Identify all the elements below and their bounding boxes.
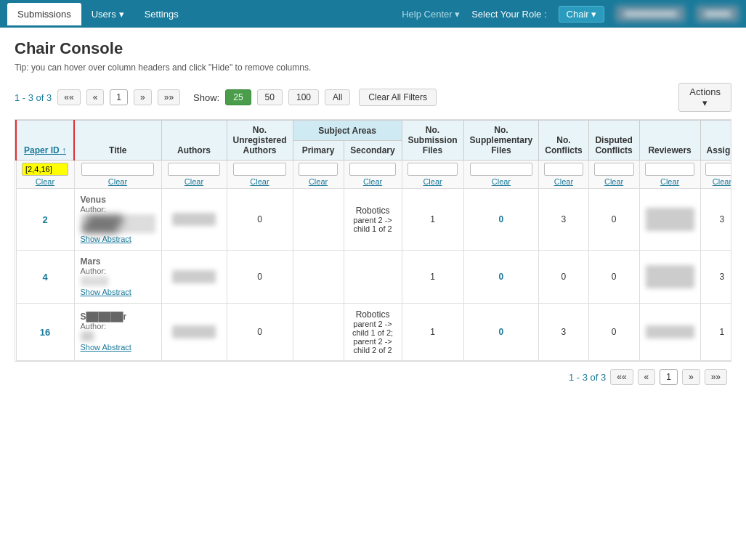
pagination-next[interactable]: » <box>134 89 152 105</box>
reviewers-cell: ██████ <box>639 304 700 361</box>
no-unreg-filter-input[interactable] <box>233 163 287 176</box>
table-row: 4 Mars Author: Show Abstract 0 1 0 0 0 █… <box>16 251 731 304</box>
help-center-link[interactable]: Help Center ▾ <box>402 9 460 20</box>
pagination-prev[interactable]: « <box>86 89 105 105</box>
secondary-filter-input[interactable] <box>349 163 396 176</box>
primary-header: Primary <box>302 145 335 155</box>
no-submission-files-cell: 1 <box>402 251 463 304</box>
title-cell: S██████r Author: ()* Show Abstract <box>74 304 161 361</box>
show-25-button[interactable]: 25 <box>225 89 251 105</box>
authors-filter-clear[interactable]: Clear <box>165 177 224 186</box>
authors-cell <box>161 304 227 361</box>
assign-filter-input[interactable] <box>705 163 731 176</box>
bottom-pagination: 1 - 3 of 3 «« « 1 » »» <box>15 362 731 388</box>
no-supplementary-files-cell[interactable]: 0 <box>463 251 539 304</box>
role-button[interactable]: Chair ▾ <box>559 6 605 23</box>
show-50-button[interactable]: 50 <box>257 89 283 105</box>
secondary-header: Secondary <box>350 145 394 155</box>
conflicts-filter-input[interactable] <box>544 163 583 176</box>
no-supplementary-files-cell[interactable]: 0 <box>463 189 539 251</box>
secondary-filter-clear[interactable]: Clear <box>347 177 399 186</box>
no-unregistered-authors-header: No. Unregistered Authors <box>233 125 287 155</box>
reviewers-cell: ██████ n y <box>639 251 700 304</box>
pagination-first[interactable]: «« <box>57 89 80 105</box>
submission-files-filter-input[interactable] <box>408 163 457 176</box>
disputed-conflicts-header: Disputed Conflicts <box>595 135 632 155</box>
pagination-last[interactable]: »» <box>158 89 180 105</box>
page-content: Chair Console Tip: you can hover over co… <box>0 28 746 399</box>
authors-header: Authors <box>177 145 211 155</box>
assign-header: Assig... <box>707 145 731 155</box>
paper-id-filter-clear[interactable]: Clear <box>20 177 71 186</box>
data-table: Paper ID ↑ Title Authors No. Unregistere… <box>15 119 731 362</box>
nav-tab-users[interactable]: Users ▾ <box>81 3 134 25</box>
pagination-info: 1 - 3 of 3 <box>15 92 52 103</box>
author-name: ()* <box>81 331 95 341</box>
show-all-button[interactable]: All <box>325 89 350 105</box>
page-tip: Tip: you can hover over column headers a… <box>15 62 731 73</box>
no-supplementary-files-cell[interactable]: 0 <box>463 304 539 361</box>
table-row: 16 S██████r Author: ()* Show Abstract 0 … <box>16 304 731 361</box>
no-conflicts-cell: 3 <box>539 304 588 361</box>
disputed-conflicts-cell: 0 <box>588 251 639 304</box>
primary-filter-clear[interactable]: Clear <box>296 177 341 186</box>
submission-files-filter-clear[interactable]: Clear <box>405 177 461 186</box>
secondary-cell <box>344 251 402 304</box>
bottom-pagination-last[interactable]: »» <box>705 369 727 385</box>
no-unregistered-authors-cell: 0 <box>227 189 293 251</box>
nav-tab-settings[interactable]: Settings <box>134 3 189 25</box>
user-button-1[interactable]: ■■■■■■■■■■ <box>616 6 684 22</box>
primary-cell <box>293 251 344 304</box>
controls-bar: 1 - 3 of 3 «« « 1 » »» Show: 25 50 100 A… <box>15 83 731 112</box>
disputed-filter-clear[interactable]: Clear <box>592 177 636 186</box>
assign-filter-clear[interactable]: Clear <box>704 177 731 186</box>
subject-areas-header: Subject Areas <box>318 126 376 136</box>
paper-id-cell[interactable]: 16 <box>16 304 74 361</box>
title-cell: Mars Author: Show Abstract <box>74 251 161 304</box>
show-abstract-link[interactable]: Show Abstract <box>81 288 131 296</box>
no-unregistered-authors-cell: 0 <box>227 251 293 304</box>
disputed-filter-input[interactable] <box>594 163 634 176</box>
actions-button[interactable]: Actions ▾ <box>678 83 731 112</box>
assign-cell: 1 <box>700 304 731 361</box>
no-conflicts-cell: 3 <box>539 189 588 251</box>
reviewers-filter-clear[interactable]: Clear <box>643 177 697 186</box>
pagination-page1[interactable]: 1 <box>110 89 128 105</box>
primary-cell <box>293 304 344 361</box>
assign-cell: 3 <box>700 251 731 304</box>
assign-cell: 3 <box>700 189 731 251</box>
no-unreg-filter-clear[interactable]: Clear <box>230 177 290 186</box>
show-label: Show: <box>193 92 219 103</box>
conflicts-filter-clear[interactable]: Clear <box>542 177 585 186</box>
title-filter-clear[interactable]: Clear <box>78 177 158 186</box>
reviewers-filter-input[interactable] <box>645 163 694 176</box>
bottom-pagination-next[interactable]: » <box>682 369 700 385</box>
show-100-button[interactable]: 100 <box>288 89 319 105</box>
paper-id-header[interactable]: Paper ID ↑ <box>24 145 66 155</box>
disputed-conflicts-cell: 0 <box>588 304 639 361</box>
paper-id-filter-input[interactable]: [2,4,16] <box>22 163 68 176</box>
no-submission-files-cell: 1 <box>402 304 463 361</box>
paper-id-cell[interactable]: 4 <box>16 251 74 304</box>
show-abstract-link[interactable]: Show Abstract <box>81 235 131 243</box>
no-unregistered-authors-cell: 0 <box>227 304 293 361</box>
bottom-pagination-info: 1 - 3 of 3 <box>569 372 606 383</box>
supp-files-filter-input[interactable] <box>470 163 532 176</box>
title-header: Title <box>109 145 126 155</box>
top-navigation: Submissions Users ▾ Settings Help Center… <box>0 0 746 28</box>
paper-id-cell[interactable]: 2 <box>16 189 74 251</box>
title-cell: Venus Author: ( ██████ ; ██████ ) Show A… <box>74 189 161 251</box>
title-text: Venus <box>81 195 155 205</box>
bottom-pagination-prev[interactable]: « <box>638 369 656 385</box>
supp-files-filter-clear[interactable]: Clear <box>467 177 536 186</box>
authors-filter-input[interactable] <box>168 163 221 176</box>
user-button-2[interactable]: ■■■■■ <box>697 6 739 22</box>
title-filter-input[interactable] <box>81 163 154 176</box>
primary-filter-input[interactable] <box>299 163 338 176</box>
author-name <box>81 276 109 286</box>
nav-tab-submissions[interactable]: Submissions <box>7 3 81 25</box>
clear-filters-button[interactable]: Clear All Filters <box>359 89 437 106</box>
bottom-pagination-page1[interactable]: 1 <box>660 369 678 385</box>
bottom-pagination-first[interactable]: «« <box>610 369 633 385</box>
show-abstract-link[interactable]: Show Abstract <box>81 343 131 352</box>
